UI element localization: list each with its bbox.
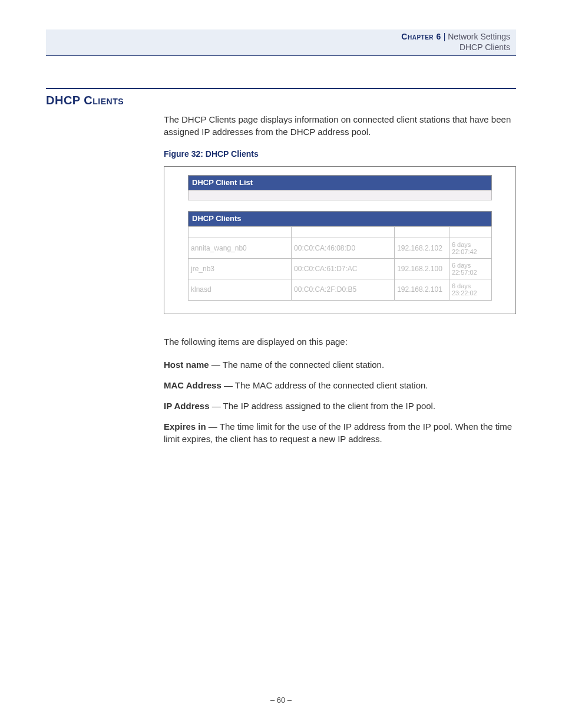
cell-expires: 6 days 22:57:02 [449,259,491,279]
screenshot-figure: DHCP Client List DHCP Clients annita_wan… [164,166,516,314]
page-number: – 60 – [0,696,562,704]
definition-list: Host name — The name of the connected cl… [164,358,516,445]
definition-item: MAC Address — The MAC address of the con… [164,379,516,391]
section-rule [46,88,516,89]
cell-expires: 6 days 23:22:02 [449,279,491,300]
cell-host: annita_wang_nb0 [189,238,292,258]
cell-expires: 6 days 22:07:42 [449,238,491,258]
header-sep: | [441,32,448,41]
cell-host: klnasd [189,279,292,300]
page-header: Chapter 6 | Network Settings DHCP Client… [46,29,516,56]
table-row: klnasd 00:C0:CA:2F:D0:B5 192.168.2.101 6… [189,279,492,300]
cell-host: jre_nb3 [189,259,292,279]
items-intro: The following items are displayed on thi… [164,335,516,348]
panel-title-dhcp-clients: DHCP Clients [188,211,492,226]
definition-item: Expires in — The time limit for the use … [164,420,516,445]
header-section: Network Settings [448,32,510,41]
definition-desc: — The MAC address of the connected clien… [222,380,428,390]
definition-desc: — The IP address assigned to the client … [210,401,436,411]
definition-desc: — The time limit for the use of the IP a… [164,421,512,444]
panel-title-client-list: DHCP Client List [188,175,492,190]
intro-paragraph: The DHCP Clients page displays informati… [164,113,516,138]
cell-mac: 00:C0:CA:46:08:D0 [292,238,395,258]
definition-term: Host name [164,360,209,370]
cell-ip: 192.168.2.100 [395,259,449,279]
cell-ip: 192.168.2.102 [395,238,449,258]
table-header-row [189,226,492,238]
table-row: annita_wang_nb0 00:C0:CA:46:08:D0 192.16… [189,238,492,258]
section-title: DHCP Clients [46,94,516,107]
chapter-label: Chapter 6 [401,32,441,41]
cell-mac: 00:C0:CA:61:D7:AC [292,259,395,279]
cell-mac: 00:C0:CA:2F:D0:B5 [292,279,395,300]
definition-item: IP Address — The IP address assigned to … [164,400,516,412]
figure-caption: Figure 32: DHCP Clients [164,149,516,160]
definition-desc: — The name of the connected client stati… [209,360,384,370]
definition-term: MAC Address [164,380,222,390]
header-subsection: DHCP Clients [52,42,510,52]
table-row: jre_nb3 00:C0:CA:61:D7:AC 192.168.2.100 … [189,259,492,279]
definition-item: Host name — The name of the connected cl… [164,358,516,371]
definition-term: Expires in [164,421,206,431]
cell-ip: 192.168.2.101 [395,279,449,300]
definition-term: IP Address [164,401,210,411]
panel-band-1 [188,190,492,200]
dhcp-client-table: annita_wang_nb0 00:C0:CA:46:08:D0 192.16… [188,226,492,301]
